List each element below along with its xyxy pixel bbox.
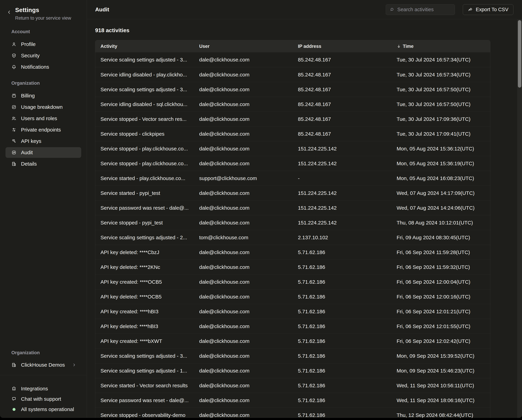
cell-time: Fri, 06 Sep 2024 12:01:55(UTC)	[392, 323, 490, 329]
cell-ip-address: 151.224.225.142	[293, 161, 392, 166]
vertical-scrollbar-thumb[interactable]	[518, 20, 521, 88]
sidebar-item-profile[interactable]: Profile	[6, 39, 81, 50]
sidebar-subtitle[interactable]: Return to your service view	[15, 16, 87, 21]
column-header-time[interactable]: Time	[392, 44, 490, 49]
cell-ip-address: 151.224.225.142	[293, 220, 392, 226]
building-icon	[11, 362, 16, 367]
cell-time: Mon, 05 Aug 2024 15:36:12(UTC)	[392, 146, 490, 152]
topbar: Audit Export To CSV	[87, 0, 522, 19]
usage-chart-icon	[11, 104, 16, 110]
table-row: Service scaling settings adjusted - 2...…	[95, 230, 490, 245]
cell-activity: Service idling disabled - sql.clickhou..…	[95, 101, 194, 107]
cell-user: dale@clickhouse.com	[194, 161, 293, 166]
cell-time: Tue, 30 Jul 2024 17:09:36(UTC)	[392, 116, 490, 122]
cell-activity: API key deleted: ****CbzJ	[95, 249, 194, 255]
sidebar-item-chat-with-support[interactable]: Chat with support	[6, 394, 81, 404]
cell-activity: Service stopped - play.clickhouse.co...	[95, 161, 194, 166]
table-row: Service stopped - Vector search res...da…	[95, 112, 490, 126]
sidebar-item-api-keys[interactable]: API keys	[6, 136, 81, 147]
cell-user: dale@clickhouse.com	[194, 57, 293, 63]
table-row: Service stopped - clickpipesdale@clickho…	[95, 126, 490, 141]
sidebar-item-private-endpoints[interactable]: Private endpoints	[6, 124, 81, 135]
status-dot-box	[11, 408, 16, 411]
sidebar-item-label: Notifications	[21, 64, 49, 70]
column-header-label: Activity	[100, 44, 117, 49]
sidebar-item-audit[interactable]: Audit	[6, 147, 81, 158]
table-row: Service started - play.clickhouse.co...s…	[95, 171, 490, 186]
cell-ip-address: 85.242.48.167	[293, 101, 392, 107]
cell-user: dale@clickhouse.com	[194, 383, 293, 389]
cell-ip-address: 85.242.48.167	[293, 72, 392, 78]
table-row: Service scaling settings adjusted - 3...…	[95, 82, 490, 97]
column-header-activity[interactable]: Activity	[95, 44, 194, 49]
cell-activity: Service scaling settings adjusted - 3...	[95, 353, 194, 359]
cell-time: Thu, 12 Sep 2024 08:42:44(UTC)	[392, 412, 490, 418]
sidebar-item-usage-breakdown[interactable]: Usage breakdown	[6, 102, 81, 112]
activities-count: 918 activities	[95, 27, 522, 34]
cell-ip-address: 85.242.48.167	[293, 86, 392, 93]
table-row: Service stopped - play.clickhouse.co...d…	[95, 156, 490, 171]
cell-time: Tue, 30 Jul 2024 17:09:41(UTC)	[392, 131, 490, 137]
export-csv-button[interactable]: Export To CSV	[463, 4, 513, 15]
puzzle-icon	[11, 386, 16, 391]
cell-ip-address: 5.71.62.186	[293, 368, 392, 374]
audit-table: ActivityUserIP addressTime Service scali…	[95, 40, 490, 418]
cell-ip-address: 5.71.62.186	[293, 338, 392, 344]
sidebar-item-users-and-roles[interactable]: Users and roles	[6, 113, 81, 124]
column-header-user[interactable]: User	[194, 44, 293, 49]
main-panel: Audit Export To CSV 918 activities Activ…	[87, 0, 522, 418]
page-title: Audit	[95, 6, 109, 13]
cell-time: Wed, 07 Aug 2024 14:17:09(UTC)	[392, 190, 490, 196]
sidebar-item-label: Profile	[21, 41, 36, 47]
cell-time: Fri, 06 Sep 2024 11:59:28(UTC)	[392, 249, 490, 255]
sidebar-item-details[interactable]: Details	[6, 159, 81, 169]
users-icon	[11, 116, 16, 121]
cell-ip-address: 5.71.62.186	[293, 353, 392, 359]
search-input[interactable]	[397, 7, 453, 12]
cell-ip-address: 5.71.62.186	[293, 412, 392, 418]
cell-time: Fri, 06 Sep 2024 12:00:16(UTC)	[392, 294, 490, 300]
sidebar-item-organization[interactable]: ClickHouse Demos	[6, 360, 81, 370]
search-box[interactable]	[386, 4, 455, 15]
table-row: API key created: ****OCB5dale@clickhouse…	[95, 274, 490, 289]
cell-activity: API key deleted: ****2KNc	[95, 264, 194, 270]
sidebar-item-security[interactable]: Security	[6, 50, 81, 61]
sort-down-icon	[397, 44, 401, 48]
table-row: Service stopped - pypi_testdale@clickhou…	[95, 215, 490, 230]
cell-user: dale@clickhouse.com	[194, 264, 293, 270]
cell-activity: Service scaling settings adjusted - 3...	[95, 86, 194, 93]
cell-user: dale@clickhouse.com	[194, 309, 293, 314]
cell-time: Wed, 07 Aug 2024 14:24:06(UTC)	[392, 205, 490, 211]
table-row: Service started - Vector search resultsd…	[95, 378, 490, 393]
sidebar-item-billing[interactable]: Billing	[6, 90, 81, 101]
cell-user: dale@clickhouse.com	[194, 353, 293, 359]
cell-user: dale@clickhouse.com	[194, 279, 293, 285]
system-status-item[interactable]: All systems operational	[6, 404, 81, 414]
back-button[interactable]	[6, 9, 12, 16]
column-header-ip-address[interactable]: IP address	[293, 44, 392, 49]
cell-time: Fri, 06 Sep 2024 12:02:42(UTC)	[392, 338, 490, 344]
sidebar-item-label: Private endpoints	[21, 127, 61, 133]
bell-icon	[11, 64, 16, 70]
table-row: Service stopped - observability-demodale…	[95, 408, 490, 418]
column-header-label: User	[199, 44, 210, 49]
section-label-account: Account	[11, 29, 87, 34]
cell-user: dale@clickhouse.com	[194, 101, 293, 107]
footer-item-label: Integrations	[21, 386, 48, 392]
table-row: API key deleted: ****CbzJdale@clickhouse…	[95, 245, 490, 260]
cell-time: Mon, 09 Sep 2024 15:39:52(UTC)	[392, 353, 490, 359]
swap-arrows-icon	[11, 127, 16, 132]
sidebar-item-notifications[interactable]: Notifications	[6, 62, 81, 72]
chevron-left-icon	[7, 10, 12, 15]
export-icon	[468, 7, 473, 12]
cell-time: Fri, 09 Aug 2024 08:30:45(UTC)	[392, 235, 490, 241]
cell-ip-address: 151.224.225.142	[293, 146, 392, 152]
vertical-scrollbar-track[interactable]	[517, 19, 522, 418]
app-window: Settings Return to your service view Acc…	[0, 0, 522, 418]
table-row: Service scaling settings adjusted - 3...…	[95, 52, 490, 67]
sidebar-item-label: Users and roles	[21, 116, 57, 121]
cell-activity: API key deleted: ****OCB5	[95, 294, 194, 300]
sidebar-item-integrations[interactable]: Integrations	[6, 383, 81, 394]
organization-name: ClickHouse Demos	[21, 362, 65, 368]
sidebar-item-label: API keys	[21, 138, 41, 144]
